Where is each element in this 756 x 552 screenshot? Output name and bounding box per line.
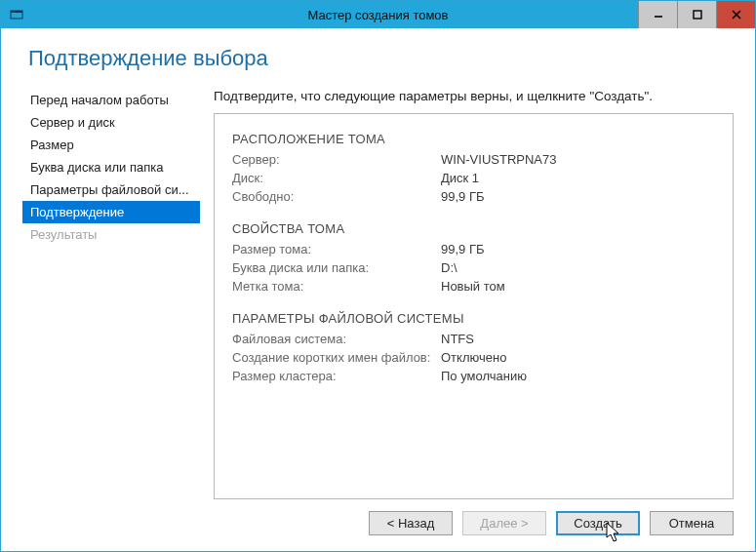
value-vollabel: Новый том bbox=[441, 279, 505, 294]
content-area: Подтверждение выбора Перед началом работ… bbox=[1, 28, 755, 551]
create-button[interactable]: Создать bbox=[556, 511, 640, 535]
minimize-button[interactable] bbox=[638, 1, 677, 28]
section-head-fs: ПАРАМЕТРЫ ФАЙЛОВОЙ СИСТЕМЫ bbox=[232, 311, 715, 326]
svg-rect-3 bbox=[694, 11, 701, 19]
close-button[interactable] bbox=[716, 1, 755, 28]
value-cluster: По умолчанию bbox=[441, 369, 527, 383]
nav-step-confirmation[interactable]: Подтверждение bbox=[22, 201, 200, 223]
kv-fs: Файловая система:NTFS bbox=[232, 332, 715, 346]
next-button: Далее > bbox=[462, 511, 546, 535]
nav-step-results: Результаты bbox=[22, 223, 200, 246]
app-icon bbox=[7, 5, 26, 24]
kv-vollabel: Метка тома:Новый том bbox=[232, 279, 715, 294]
wizard-window: Мастер создания томов Подтверждение выбо… bbox=[0, 0, 756, 552]
titlebar: Мастер создания томов bbox=[1, 1, 755, 28]
label-server: Сервер: bbox=[232, 152, 441, 167]
label-cluster: Размер кластера: bbox=[232, 369, 441, 383]
value-fs: NTFS bbox=[441, 332, 474, 346]
label-volsize: Размер тома: bbox=[232, 242, 441, 256]
value-disk: Диск 1 bbox=[441, 171, 479, 185]
svg-rect-1 bbox=[11, 11, 22, 13]
section-head-props: СВОЙСТВА ТОМА bbox=[232, 221, 715, 236]
value-driveletter: D:\ bbox=[441, 260, 458, 275]
wizard-footer: < Назад Далее > Создать Отмена bbox=[22, 499, 734, 541]
kv-disk: Диск:Диск 1 bbox=[232, 171, 715, 185]
kv-server: Сервер:WIN-VIUSTRPNA73 bbox=[232, 152, 715, 167]
page-title: Подтверждение выбора bbox=[28, 46, 734, 71]
summary-panel: РАСПОЛОЖЕНИЕ ТОМА Сервер:WIN-VIUSTRPNA73… bbox=[214, 113, 734, 499]
value-shortnames: Отключено bbox=[441, 350, 506, 365]
instruction-text: Подтвердите, что следующие параметры вер… bbox=[214, 89, 734, 103]
nav-step-server-and-disk[interactable]: Сервер и диск bbox=[22, 111, 200, 134]
main-pane: Подтвердите, что следующие параметры вер… bbox=[214, 89, 734, 499]
label-free: Свободно: bbox=[232, 189, 441, 204]
nav-step-drive-letter[interactable]: Буква диска или папка bbox=[22, 156, 200, 178]
label-shortnames: Создание коротких имен файлов: bbox=[232, 350, 441, 365]
value-volsize: 99,9 ГБ bbox=[441, 242, 484, 256]
section-head-location: РАСПОЛОЖЕНИЕ ТОМА bbox=[232, 132, 715, 146]
kv-free: Свободно:99,9 ГБ bbox=[232, 189, 715, 204]
kv-shortnames: Создание коротких имен файлов:Отключено bbox=[232, 350, 715, 365]
cancel-button[interactable]: Отмена bbox=[650, 511, 734, 535]
label-vollabel: Метка тома: bbox=[232, 279, 441, 294]
value-server: WIN-VIUSTRPNA73 bbox=[441, 152, 556, 167]
nav-step-fs-settings[interactable]: Параметры файловой си... bbox=[22, 178, 200, 201]
kv-driveletter: Буква диска или папка:D:\ bbox=[232, 260, 715, 275]
window-controls bbox=[638, 1, 755, 28]
nav-step-size[interactable]: Размер bbox=[22, 134, 200, 156]
columns: Перед началом работы Сервер и диск Разме… bbox=[22, 89, 734, 499]
maximize-button[interactable] bbox=[677, 1, 716, 28]
kv-volsize: Размер тома:99,9 ГБ bbox=[232, 242, 715, 256]
label-fs: Файловая система: bbox=[232, 332, 441, 346]
wizard-nav: Перед началом работы Сервер и диск Разме… bbox=[22, 89, 200, 499]
back-button[interactable]: < Назад bbox=[369, 511, 453, 535]
label-disk: Диск: bbox=[232, 171, 441, 185]
kv-cluster: Размер кластера:По умолчанию bbox=[232, 369, 715, 383]
label-driveletter: Буква диска или папка: bbox=[232, 260, 441, 275]
nav-step-before-you-begin[interactable]: Перед началом работы bbox=[22, 89, 200, 111]
value-free: 99,9 ГБ bbox=[441, 189, 484, 204]
